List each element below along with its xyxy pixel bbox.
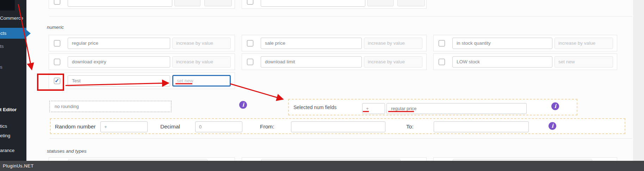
- right-gutter: [633, 0, 644, 161]
- info-icon[interactable]: i: [239, 101, 247, 109]
- download-expiry-field[interactable]: [68, 56, 170, 68]
- field-row-download-limit: [242, 53, 427, 70]
- to-input[interactable]: [434, 121, 529, 132]
- field-name-input[interactable]: [68, 0, 172, 7]
- sidebar-item-products-active[interactable]: cts: [0, 28, 26, 39]
- field-checkbox[interactable]: [247, 0, 253, 5]
- selected-num-fields-label: Selected num fields: [293, 104, 336, 110]
- selected-fields-input[interactable]: [386, 103, 527, 114]
- field-row-in-stock-quantity: [433, 35, 617, 51]
- statuses-section-label: statuses and types: [47, 148, 87, 154]
- regular-price-field[interactable]: [68, 38, 170, 49]
- checkmark-icon: ✓: [55, 77, 59, 84]
- sidebar-item-bulk-editor[interactable]: t Editor: [0, 107, 26, 112]
- in-stock-quantity-checkbox[interactable]: [439, 40, 445, 46]
- field-row-low-stock: [433, 53, 617, 70]
- in-stock-quantity-field[interactable]: [452, 38, 552, 49]
- sale-price-field[interactable]: [261, 38, 362, 49]
- sidebar-item-marketing[interactable]: eting: [0, 133, 26, 138]
- admin-sidebar: Commerce cts ts s t Editor tics eting ar…: [0, 0, 26, 161]
- field-row-partial-top-2: [242, 0, 427, 9]
- download-expiry-action[interactable]: [172, 56, 231, 68]
- annotation-arrow-to-selected-fields: [230, 84, 283, 99]
- low-stock-checkbox[interactable]: [439, 59, 445, 65]
- field-row-partial-top-1: [49, 0, 235, 9]
- low-stock-field[interactable]: [452, 56, 552, 68]
- mini-select-1[interactable]: [174, 0, 200, 6]
- regular-price-checkbox[interactable]: [54, 40, 60, 46]
- sidebar-submenu-item-2[interactable]: s: [0, 64, 26, 70]
- operator-input[interactable]: [362, 103, 385, 114]
- sidebar-dark-block: [0, 0, 15, 11]
- from-label: From:: [260, 124, 274, 130]
- field-name-input[interactable]: [261, 0, 365, 7]
- field-row-selected-test: ✓: [49, 72, 235, 89]
- download-expiry-checkbox[interactable]: [54, 59, 60, 65]
- sidebar-submenu-item-1[interactable]: ts: [0, 44, 26, 49]
- watermark-text: PluginUs.NET: [3, 163, 34, 169]
- sidebar-item-appearance[interactable]: arance: [0, 148, 26, 153]
- mini-select-1[interactable]: [367, 0, 394, 6]
- download-limit-action[interactable]: [364, 56, 422, 68]
- active-menu-arrow-icon: [26, 30, 31, 37]
- sale-price-checkbox[interactable]: [247, 40, 253, 46]
- to-label: To:: [406, 124, 414, 130]
- field-row-download-expiry: [49, 53, 235, 70]
- download-limit-checkbox[interactable]: [247, 59, 253, 65]
- selected-num-fields-panel: Selected num fields: [288, 99, 577, 115]
- download-limit-field[interactable]: [261, 56, 362, 68]
- decimal-input[interactable]: [195, 121, 242, 132]
- info-icon[interactable]: i: [551, 102, 559, 110]
- field-row-sale-price: [242, 35, 427, 51]
- sale-price-action[interactable]: [364, 38, 422, 49]
- set-new-action-focused[interactable]: [172, 75, 231, 87]
- test-field-input[interactable]: [68, 75, 170, 87]
- section-divider: [49, 138, 632, 139]
- sidebar-item-products-label: cts: [0, 31, 6, 36]
- random-operator-input[interactable]: [100, 121, 148, 132]
- field-row-regular-price: [49, 35, 235, 51]
- decimal-label: Decimal: [160, 124, 180, 130]
- mini-select-2[interactable]: [204, 0, 232, 6]
- in-stock-quantity-action[interactable]: [555, 38, 613, 49]
- mini-select-2[interactable]: [397, 0, 425, 6]
- sidebar-item-analytics[interactable]: tics: [0, 124, 26, 129]
- section-divider: [49, 16, 632, 17]
- watermark-bar: PluginUs.NET: [0, 161, 644, 171]
- test-row-checkbox-checked[interactable]: ✓: [54, 78, 60, 84]
- numeric-section-label: numeric: [47, 25, 64, 30]
- random-number-label: Random number: [55, 124, 95, 130]
- no-rounding-toggle[interactable]: no rounding: [49, 101, 172, 112]
- regular-price-action[interactable]: [172, 38, 231, 49]
- from-input[interactable]: [291, 121, 385, 132]
- field-checkbox[interactable]: [54, 0, 60, 5]
- random-number-panel: Random number Decimal From: To:: [50, 118, 625, 134]
- low-stock-action[interactable]: [555, 56, 613, 68]
- info-icon[interactable]: i: [549, 122, 556, 130]
- sidebar-item-woocommerce[interactable]: Commerce: [0, 15, 26, 21]
